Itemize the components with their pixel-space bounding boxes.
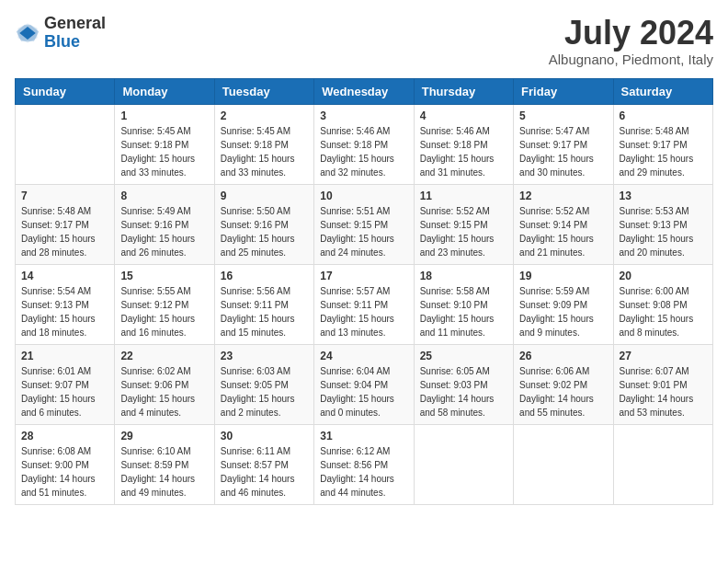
day-number: 12 [519,190,607,202]
day-detail: Sunrise: 5:52 AMSunset: 9:14 PMDaylight:… [519,204,607,259]
calendar-week-4: 21Sunrise: 6:01 AMSunset: 9:07 PMDayligh… [16,344,713,424]
day-detail: Sunrise: 5:45 AMSunset: 9:18 PMDaylight:… [120,124,208,179]
day-detail: Sunrise: 5:56 AMSunset: 9:11 PMDaylight:… [221,284,308,339]
calendar-cell: 31Sunrise: 6:12 AMSunset: 8:56 PMDayligh… [314,424,414,504]
weekday-header-monday: Monday [115,78,214,104]
day-number: 19 [519,270,607,282]
weekday-header-thursday: Thursday [414,78,513,104]
calendar-cell: 13Sunrise: 5:53 AMSunset: 9:13 PMDayligh… [613,184,712,264]
day-number: 16 [221,270,308,282]
day-detail: Sunrise: 6:08 AMSunset: 9:00 PMDaylight:… [21,444,108,500]
day-detail: Sunrise: 6:10 AMSunset: 8:59 PMDaylight:… [120,444,208,500]
day-detail: Sunrise: 5:46 AMSunset: 9:18 PMDaylight:… [420,124,507,179]
day-detail: Sunrise: 5:58 AMSunset: 9:10 PMDaylight:… [420,284,507,339]
calendar-week-2: 7Sunrise: 5:48 AMSunset: 9:17 PMDaylight… [16,184,713,264]
calendar-cell: 5Sunrise: 5:47 AMSunset: 9:17 PMDaylight… [514,104,613,184]
logo-icon [15,20,40,46]
calendar-cell [514,424,613,504]
calendar-cell: 22Sunrise: 6:02 AMSunset: 9:06 PMDayligh… [115,344,214,424]
day-number: 5 [519,109,607,122]
day-number: 4 [420,109,507,122]
day-number: 8 [120,190,208,202]
logo-text: General Blue [44,15,106,52]
day-number: 7 [21,190,108,202]
calendar-cell: 14Sunrise: 5:54 AMSunset: 9:13 PMDayligh… [16,264,115,344]
day-number: 2 [221,109,308,122]
day-number: 31 [320,430,407,442]
day-number: 10 [320,190,407,202]
calendar-week-5: 28Sunrise: 6:08 AMSunset: 9:00 PMDayligh… [16,424,713,504]
calendar-week-3: 14Sunrise: 5:54 AMSunset: 9:13 PMDayligh… [16,264,713,344]
weekday-header-friday: Friday [514,78,613,104]
calendar-cell: 16Sunrise: 5:56 AMSunset: 9:11 PMDayligh… [214,264,313,344]
day-number: 1 [120,109,208,122]
day-detail: Sunrise: 5:48 AMSunset: 9:17 PMDaylight:… [21,204,108,259]
day-number: 11 [420,190,507,202]
day-number: 23 [221,350,308,362]
calendar-cell: 26Sunrise: 6:06 AMSunset: 9:02 PMDayligh… [514,344,613,424]
calendar-cell: 3Sunrise: 5:46 AMSunset: 9:18 PMDaylight… [314,104,414,184]
day-detail: Sunrise: 5:55 AMSunset: 9:12 PMDaylight:… [120,284,208,339]
day-number: 30 [221,430,308,442]
calendar-cell: 19Sunrise: 5:59 AMSunset: 9:09 PMDayligh… [514,264,613,344]
calendar-cell: 28Sunrise: 6:08 AMSunset: 9:00 PMDayligh… [16,424,115,504]
weekday-header-sunday: Sunday [16,78,115,104]
day-number: 24 [320,350,407,362]
calendar-cell: 21Sunrise: 6:01 AMSunset: 9:07 PMDayligh… [16,344,115,424]
day-number: 26 [519,350,607,362]
day-number: 6 [620,109,707,122]
day-number: 9 [221,190,308,202]
day-detail: Sunrise: 5:49 AMSunset: 9:16 PMDaylight:… [120,204,208,259]
calendar-cell: 9Sunrise: 5:50 AMSunset: 9:16 PMDaylight… [214,184,313,264]
day-detail: Sunrise: 5:57 AMSunset: 9:11 PMDaylight:… [320,284,407,339]
day-detail: Sunrise: 6:06 AMSunset: 9:02 PMDaylight:… [519,364,607,419]
location: Albugnano, Piedmont, Italy [549,52,713,67]
day-number: 14 [21,270,108,282]
calendar-cell: 2Sunrise: 5:45 AMSunset: 9:18 PMDaylight… [214,104,313,184]
day-number: 25 [420,350,507,362]
day-detail: Sunrise: 5:54 AMSunset: 9:13 PMDaylight:… [21,284,108,339]
day-number: 29 [120,430,208,442]
day-number: 18 [420,270,507,282]
calendar-cell: 30Sunrise: 6:11 AMSunset: 8:57 PMDayligh… [214,424,313,504]
page-header: General Blue July 2024 Albugnano, Piedmo… [15,15,713,67]
day-detail: Sunrise: 5:51 AMSunset: 9:15 PMDaylight:… [320,204,407,259]
calendar-cell: 12Sunrise: 5:52 AMSunset: 9:14 PMDayligh… [514,184,613,264]
weekday-header-tuesday: Tuesday [214,78,313,104]
calendar-cell [414,424,513,504]
calendar-cell: 6Sunrise: 5:48 AMSunset: 9:17 PMDaylight… [613,104,712,184]
day-detail: Sunrise: 6:12 AMSunset: 8:56 PMDaylight:… [320,444,407,500]
month-year: July 2024 [549,15,713,52]
calendar-cell: 25Sunrise: 6:05 AMSunset: 9:03 PMDayligh… [414,344,513,424]
title-block: July 2024 Albugnano, Piedmont, Italy [549,15,713,67]
day-number: 17 [320,270,407,282]
calendar-cell [16,104,115,184]
day-number: 27 [620,350,707,362]
day-detail: Sunrise: 5:53 AMSunset: 9:13 PMDaylight:… [620,204,707,259]
calendar-cell: 20Sunrise: 6:00 AMSunset: 9:08 PMDayligh… [613,264,712,344]
day-detail: Sunrise: 5:52 AMSunset: 9:15 PMDaylight:… [420,204,507,259]
calendar-cell: 27Sunrise: 6:07 AMSunset: 9:01 PMDayligh… [613,344,712,424]
calendar-cell: 7Sunrise: 5:48 AMSunset: 9:17 PMDaylight… [16,184,115,264]
day-number: 20 [620,270,707,282]
calendar-cell: 17Sunrise: 5:57 AMSunset: 9:11 PMDayligh… [314,264,414,344]
calendar-cell: 18Sunrise: 5:58 AMSunset: 9:10 PMDayligh… [414,264,513,344]
day-detail: Sunrise: 6:04 AMSunset: 9:04 PMDaylight:… [320,364,407,419]
day-detail: Sunrise: 5:50 AMSunset: 9:16 PMDaylight:… [221,204,308,259]
calendar-cell: 1Sunrise: 5:45 AMSunset: 9:18 PMDaylight… [115,104,214,184]
day-detail: Sunrise: 6:01 AMSunset: 9:07 PMDaylight:… [21,364,108,419]
day-number: 15 [120,270,208,282]
day-detail: Sunrise: 6:00 AMSunset: 9:08 PMDaylight:… [620,284,707,339]
calendar-cell: 29Sunrise: 6:10 AMSunset: 8:59 PMDayligh… [115,424,214,504]
day-detail: Sunrise: 6:03 AMSunset: 9:05 PMDaylight:… [221,364,308,419]
day-detail: Sunrise: 5:48 AMSunset: 9:17 PMDaylight:… [620,124,707,179]
day-detail: Sunrise: 5:47 AMSunset: 9:17 PMDaylight:… [519,124,607,179]
day-detail: Sunrise: 6:07 AMSunset: 9:01 PMDaylight:… [620,364,707,419]
calendar-cell [613,424,712,504]
day-number: 21 [21,350,108,362]
day-number: 28 [21,430,108,442]
calendar-cell: 4Sunrise: 5:46 AMSunset: 9:18 PMDaylight… [414,104,513,184]
day-number: 3 [320,109,407,122]
logo: General Blue [15,15,106,52]
day-detail: Sunrise: 5:46 AMSunset: 9:18 PMDaylight:… [320,124,407,179]
